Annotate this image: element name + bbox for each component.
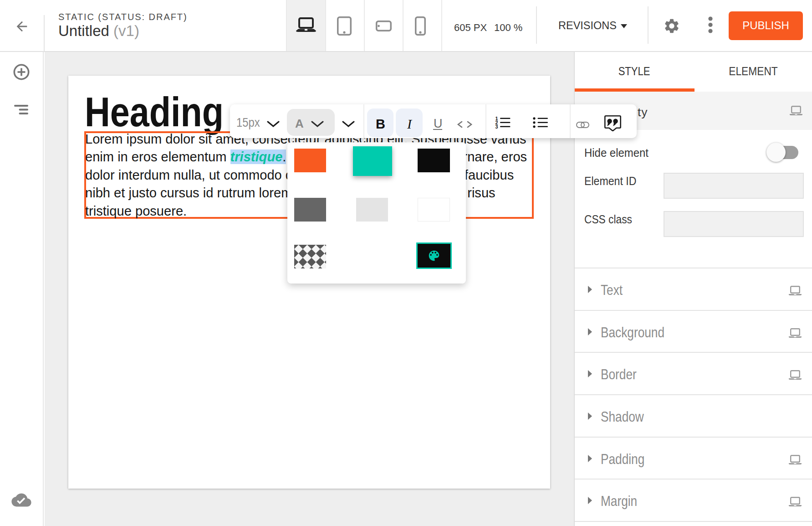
svg-text:3: 3 bbox=[495, 124, 498, 129]
